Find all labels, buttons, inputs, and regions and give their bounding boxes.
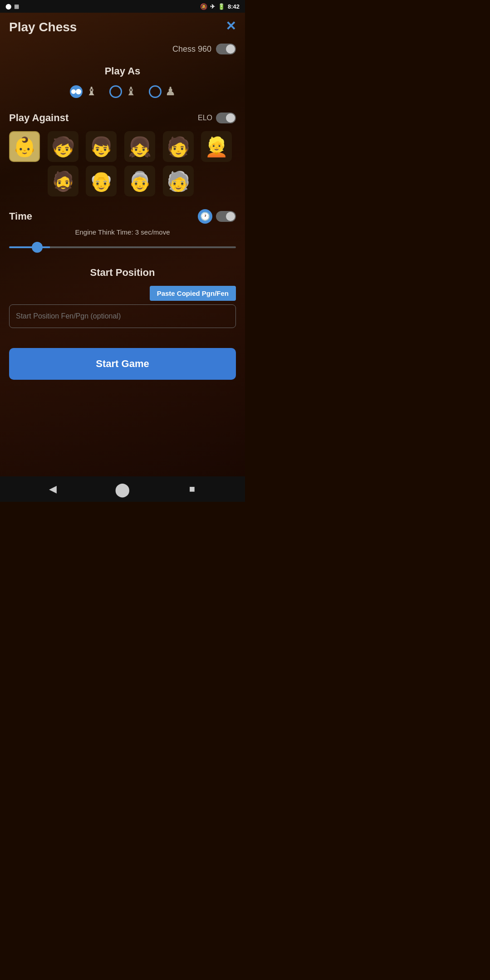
avatar-7[interactable]: 👴	[86, 166, 117, 196]
elo-row: ELO	[198, 113, 236, 123]
back-button[interactable]: ◀	[43, 479, 63, 499]
elo-toggle-knob	[226, 113, 235, 122]
status-bar: ⬤ ▦ 🔕 ✈ 🔋 8:42	[0, 0, 245, 13]
random-piece-icon: ♟	[165, 84, 176, 98]
circle-icon: ⬤	[5, 3, 11, 10]
slider-container	[9, 240, 236, 254]
engine-think-label: Engine Think Time: 3 sec/move	[9, 228, 236, 236]
chess960-toggle[interactable]	[216, 44, 236, 54]
chess960-label: Chess 960	[172, 44, 211, 54]
status-left-icons: ⬤ ▦	[5, 3, 19, 10]
time-section: Time 🕐 Engine Think Time: 3 sec/move	[9, 209, 236, 254]
time-header: Time 🕐	[9, 209, 236, 224]
elo-label: ELO	[198, 114, 212, 122]
close-button[interactable]: ✕	[225, 20, 236, 33]
play-against-header: Play Against ELO	[9, 112, 236, 124]
avatars-row2-grid: 🧔 👴 👵 🧓	[9, 166, 236, 196]
avatar-4[interactable]: 🧑	[163, 131, 194, 162]
status-right-icons: 🔕 ✈ 🔋 8:42	[200, 3, 240, 10]
play-as-white[interactable]: ♝	[70, 84, 97, 98]
sim-icon: ▦	[14, 3, 19, 10]
play-as-section: Play As ♝ ♝ ♟	[9, 65, 236, 98]
main-content: Play Chess ✕ Chess 960 Play As ♝ ♝ ♟	[0, 13, 245, 476]
black-piece-icon: ♝	[126, 84, 136, 98]
nav-bar: ◀ ⬤ ■	[0, 476, 245, 502]
radio-black[interactable]	[109, 85, 122, 98]
avatar-spacer	[9, 166, 40, 196]
spacer	[9, 339, 236, 348]
chess960-row: Chess 960	[9, 44, 236, 54]
radio-random[interactable]	[149, 85, 162, 98]
avatar-2[interactable]: 👦	[86, 131, 117, 162]
notification-off-icon: 🔕	[200, 3, 207, 10]
avatars-row1: 👶 🧒 👦 👧 🧑 👱	[9, 131, 236, 162]
recents-button[interactable]: ■	[182, 479, 202, 499]
airplane-icon: ✈	[210, 3, 215, 10]
fen-input[interactable]	[9, 304, 236, 328]
home-button[interactable]: ⬤	[113, 479, 132, 499]
avatar-3[interactable]: 👧	[124, 131, 155, 162]
time-toggle-knob	[226, 212, 235, 221]
time-right: 🕐	[198, 209, 236, 224]
avatar-0[interactable]: 👶	[9, 131, 40, 162]
time-toggle[interactable]	[216, 211, 236, 222]
play-against-title: Play Against	[9, 112, 69, 124]
play-against-section: Play Against ELO 👶 🧒 👦 👧 🧑 👱 🧔 👴 👵 🧓	[9, 112, 236, 196]
page-title: Play Chess	[9, 20, 77, 34]
elo-toggle[interactable]	[216, 113, 236, 123]
avatar-6[interactable]: 🧔	[48, 166, 78, 196]
avatar-9[interactable]: 🧓	[163, 166, 194, 196]
play-as-options: ♝ ♝ ♟	[9, 84, 236, 98]
avatar-5[interactable]: 👱	[201, 131, 232, 162]
time-title: Time	[9, 211, 32, 222]
radio-white[interactable]	[70, 85, 83, 98]
avatar-1[interactable]: 🧒	[48, 131, 78, 162]
battery-icon: 🔋	[218, 3, 225, 10]
time-display: 8:42	[228, 3, 240, 10]
radio-white-dot	[71, 89, 76, 94]
header-row: Play Chess ✕	[9, 20, 236, 34]
think-time-slider[interactable]	[9, 246, 236, 248]
toggle-knob	[226, 44, 235, 54]
start-position-section: Start Position Paste Copied Pgn/Fen	[9, 267, 236, 328]
avatar-8[interactable]: 👵	[124, 166, 155, 196]
play-as-title: Play As	[9, 65, 236, 77]
clock-icon: 🕐	[198, 209, 212, 224]
paste-button[interactable]: Paste Copied Pgn/Fen	[150, 286, 236, 301]
play-as-black[interactable]: ♝	[109, 84, 136, 98]
play-as-random[interactable]: ♟	[149, 84, 176, 98]
white-piece-icon: ♝	[86, 84, 97, 98]
start-game-button[interactable]: Start Game	[9, 348, 236, 380]
start-position-title: Start Position	[9, 267, 236, 279]
